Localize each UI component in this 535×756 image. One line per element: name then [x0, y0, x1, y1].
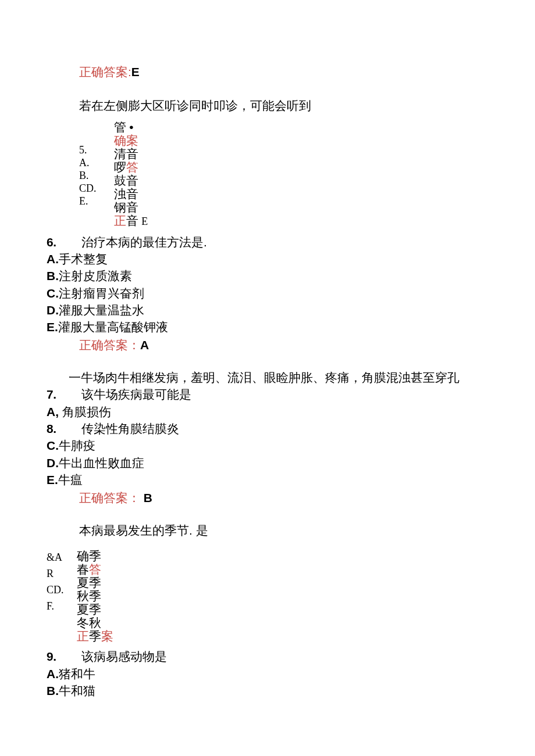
vert-text: 钢音: [114, 200, 148, 214]
q7-stem: 该牛场疾病最可能是: [81, 386, 488, 403]
q7-opt-8-row: 8. 传染性角膜结膜炎: [47, 421, 488, 437]
opt-val: 牛和猫: [59, 684, 95, 697]
answer-line-b: 正确答案： B: [79, 490, 488, 506]
opt-key: C.: [47, 286, 59, 300]
q8-vert-labels: &A R CD. F.: [47, 549, 64, 614]
q6-number: 6.: [47, 234, 63, 250]
opt-8-text-inner: 传染性角膜结膜炎: [81, 422, 179, 435]
vert-text: 冬秋: [77, 616, 113, 629]
q7-number: 7.: [47, 386, 63, 403]
vert-text: 啰答: [114, 160, 148, 174]
vert-text: 确案: [114, 134, 148, 147]
q8-stem: 本病最易发生的季节. 是: [79, 522, 488, 539]
answer-line-e: 正确答案:E: [79, 64, 488, 80]
q5-vert-texts: 管 • 确案 清音 啰答 鼓音 浊音 钢音 正音 E: [114, 120, 148, 228]
vert-text: 正音 E: [114, 214, 148, 228]
opt-key: E.: [47, 473, 58, 486]
q7-row: 7. 该牛场疾病最可能是: [47, 386, 488, 403]
q9-number: 9.: [47, 648, 63, 665]
q6-row: 6. 治疗本病的最佳方法是.: [47, 234, 488, 250]
opt-8-num: 8.: [47, 421, 63, 437]
opt-8-text: 传染性角膜结膜炎: [81, 421, 488, 437]
opt-key: D.: [47, 303, 59, 317]
opt-val: 牛出血性败血症: [59, 456, 144, 470]
vert-text: 夏季: [77, 576, 113, 589]
q9-stem-text: 该病易感动物是: [81, 650, 167, 663]
opt-val: 牛瘟: [58, 473, 83, 486]
answer-value: B: [144, 491, 152, 504]
q5-vertical-block: 5. A. B. CD. E. 管 • 确案 清音 啰答 鼓音 浊音 钢音 正音…: [79, 120, 488, 228]
vert-text: 正季案: [77, 629, 113, 643]
q5-stem: 若在左侧膨大区听诊同时叩诊，可能会听到: [79, 98, 488, 114]
opt-key: E.: [47, 320, 58, 334]
opt-val: 猪和牛: [59, 667, 95, 680]
vert-text: 浊音: [114, 187, 148, 200]
answer-label: 正确答案：: [79, 491, 140, 504]
opt-val: 牛肺疫: [59, 439, 95, 452]
q8-vertical-block: &A R CD. F. 确季 春答 夏季 秋季 夏季 冬秋 正季案: [47, 549, 488, 643]
opt-key: C.: [47, 439, 59, 452]
q6-opt-d: D.灌服大量温盐水: [47, 302, 488, 318]
opt-val: 注射瘤胃兴奋剂: [59, 286, 144, 300]
vert-text: 夏季: [77, 603, 113, 616]
vert-label: &A: [47, 549, 64, 565]
q6-opt-a: A.手术整复: [47, 251, 488, 267]
opt-val: 手术整复: [59, 252, 108, 266]
opt-val: 注射皮质激素: [59, 269, 132, 282]
vert-label: A.: [79, 156, 97, 169]
q7-opt-a: A, 角膜损伤: [47, 404, 488, 420]
vert-label: B.: [79, 169, 97, 182]
vert-text: 管 •: [114, 120, 148, 134]
vert-label: CD.: [79, 182, 97, 195]
q8-vert-texts: 确季 春答 夏季 秋季 夏季 冬秋 正季案: [77, 549, 113, 643]
q6-opt-e: E.灌服大量高锰酸钾液: [47, 319, 488, 335]
q7-opt-c: C.牛肺疫: [47, 438, 488, 454]
q9-stem: 该病易感动物是: [81, 648, 488, 665]
q6-stem-text: 治疗本病的最佳方法是.: [81, 235, 207, 249]
answer-value: E: [131, 65, 140, 78]
vert-label: R: [47, 565, 64, 582]
answer-value: A: [140, 338, 149, 352]
vert-label: E.: [79, 195, 97, 207]
answer-label: 正确答案:: [79, 65, 131, 78]
vert-text: 确季: [77, 549, 113, 562]
document-page: 正确答案:E 若在左侧膨大区听诊同时叩诊，可能会听到 5. A. B. CD. …: [0, 0, 535, 734]
vert-label: 5.: [79, 144, 97, 156]
answer-line-a: 正确答案：A: [79, 337, 488, 353]
q7-stem-text: 该牛场疾病最可能是: [81, 388, 191, 401]
q9-opt-a: A.猪和牛: [47, 666, 488, 682]
q5-vert-labels: 5. A. B. CD. E.: [79, 144, 97, 207]
opt-key: B.: [47, 684, 59, 697]
opt-key: A.: [47, 252, 59, 266]
vert-label: CD.: [47, 582, 64, 598]
q7-opt-d: D.牛出血性败血症: [47, 455, 488, 471]
answer-label: 正确答案：: [79, 338, 140, 352]
opt-key: D.: [47, 456, 59, 470]
q9-opt-b: B.牛和猫: [47, 683, 488, 699]
opt-val: 角膜损伤: [62, 405, 111, 418]
opt-val: 灌服大量高锰酸钾液: [58, 320, 168, 334]
opt-key: B.: [47, 269, 59, 282]
q6-stem: 治疗本病的最佳方法是.: [81, 234, 488, 250]
opt-key: A.: [47, 667, 59, 680]
q6-opt-c: C.注射瘤胃兴奋剂: [47, 285, 488, 302]
opt-val: 灌服大量温盐水: [59, 303, 144, 317]
q9-row: 9. 该病易感动物是: [47, 648, 488, 665]
vert-text: 清音: [114, 147, 148, 160]
q6-opt-b: B.注射皮质激素: [47, 268, 488, 284]
q7-opt-e: E.牛瘟: [47, 472, 488, 488]
vert-text: 鼓音: [114, 174, 148, 187]
vert-label: F.: [47, 598, 64, 614]
vert-text: 秋季: [77, 589, 113, 603]
case-intro: 一牛场肉牛相继发病，羞明、流泪、眼睑肿胀、疼痛，角膜混浊甚至穿孔: [69, 370, 488, 386]
vert-text: 春答: [77, 562, 113, 576]
opt-key: A,: [47, 405, 59, 418]
